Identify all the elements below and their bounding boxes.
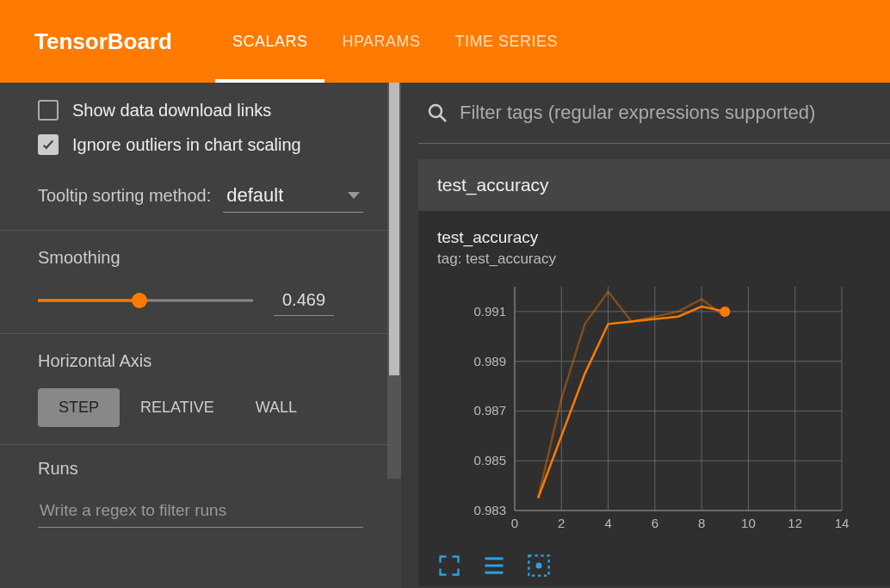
svg-text:0.987: 0.987 bbox=[473, 403, 506, 418]
chart-subtitle: tag: test_accuracy bbox=[437, 251, 871, 268]
svg-point-35 bbox=[537, 564, 541, 568]
show-download-links-checkbox[interactable]: Show data download links bbox=[38, 100, 363, 121]
runs-filter-input[interactable] bbox=[38, 494, 363, 528]
tab-scalars[interactable]: SCALARS bbox=[232, 0, 308, 83]
chart-toolbar bbox=[418, 545, 890, 586]
svg-text:0.983: 0.983 bbox=[473, 503, 506, 517]
smoothing-value[interactable]: 0.469 bbox=[274, 285, 334, 316]
app-header: TensorBoard SCALARS HPARAMS TIME SERIES bbox=[0, 0, 890, 83]
tooltip-sorting-select[interactable]: default bbox=[223, 179, 363, 213]
svg-text:14: 14 bbox=[835, 516, 850, 530]
tab-time-series[interactable]: TIME SERIES bbox=[455, 0, 559, 83]
axis-step-button[interactable]: STEP bbox=[38, 388, 120, 427]
svg-text:0.985: 0.985 bbox=[473, 453, 506, 467]
card-title[interactable]: test_accuracy bbox=[418, 159, 890, 211]
chart-plot[interactable]: 024681012140.9830.9850.9870.9890.991 bbox=[437, 278, 850, 536]
svg-text:4: 4 bbox=[604, 516, 611, 530]
content: Show data download links Ignore outliers… bbox=[0, 83, 890, 588]
svg-line-1 bbox=[440, 115, 446, 121]
expand-icon[interactable] bbox=[437, 554, 461, 578]
tooltip-sorting-row: Tooltip sorting method: default bbox=[38, 179, 363, 213]
smoothing-slider[interactable] bbox=[38, 292, 253, 309]
sidebar-options: Show data download links Ignore outliers… bbox=[0, 83, 401, 230]
svg-text:0.989: 0.989 bbox=[473, 354, 506, 368]
smoothing-section: Smoothing 0.469 bbox=[0, 230, 401, 333]
header-tabs: SCALARS HPARAMS TIME SERIES bbox=[232, 0, 558, 83]
app-title: TensorBoard bbox=[34, 28, 172, 55]
svg-text:0.991: 0.991 bbox=[473, 304, 506, 319]
list-icon[interactable] bbox=[482, 554, 506, 578]
chart-area: test_accuracy tag: test_accuracy 0246810… bbox=[418, 211, 890, 545]
runs-label: Runs bbox=[38, 459, 363, 479]
checkbox-label: Ignore outliers in chart scaling bbox=[72, 135, 301, 155]
sidebar: Show data download links Ignore outliers… bbox=[0, 83, 401, 588]
svg-point-30 bbox=[720, 306, 730, 317]
tab-hparams[interactable]: HPARAMS bbox=[342, 0, 420, 83]
filter-bar[interactable]: Filter tags (regular expressions support… bbox=[418, 83, 890, 144]
fit-icon[interactable] bbox=[527, 554, 551, 578]
checkbox-icon bbox=[38, 134, 59, 155]
chevron-down-icon bbox=[348, 192, 360, 199]
smoothing-label: Smoothing bbox=[38, 248, 363, 268]
ignore-outliers-checkbox[interactable]: Ignore outliers in chart scaling bbox=[38, 134, 363, 155]
svg-text:10: 10 bbox=[741, 516, 756, 530]
horizontal-axis-section: Horizontal Axis STEP RELATIVE WALL bbox=[0, 333, 401, 444]
axis-relative-button[interactable]: RELATIVE bbox=[120, 388, 235, 427]
sidebar-scrollbar[interactable] bbox=[387, 83, 401, 479]
svg-point-0 bbox=[430, 105, 442, 117]
svg-text:8: 8 bbox=[698, 516, 705, 530]
search-icon bbox=[427, 102, 448, 123]
filter-placeholder: Filter tags (regular expressions support… bbox=[460, 102, 815, 124]
svg-text:6: 6 bbox=[652, 516, 658, 530]
smoothing-row: 0.469 bbox=[38, 285, 363, 316]
slider-thumb-icon bbox=[132, 293, 147, 308]
horizontal-axis-label: Horizontal Axis bbox=[38, 351, 363, 371]
svg-text:0: 0 bbox=[511, 516, 518, 530]
chart-card: test_accuracy test_accuracy tag: test_ac… bbox=[418, 159, 890, 586]
svg-text:12: 12 bbox=[788, 516, 802, 530]
checkbox-icon bbox=[38, 100, 59, 121]
checkbox-label: Show data download links bbox=[72, 101, 271, 121]
axis-wall-button[interactable]: WALL bbox=[235, 388, 318, 427]
tooltip-sorting-label: Tooltip sorting method: bbox=[38, 186, 211, 206]
chart-title: test_accuracy bbox=[437, 228, 871, 247]
runs-section: Runs bbox=[0, 444, 401, 542]
axis-button-group: STEP RELATIVE WALL bbox=[38, 388, 363, 427]
svg-text:2: 2 bbox=[558, 516, 565, 530]
main-panel: Filter tags (regular expressions support… bbox=[401, 83, 890, 588]
tooltip-sorting-value: default bbox=[226, 184, 283, 207]
